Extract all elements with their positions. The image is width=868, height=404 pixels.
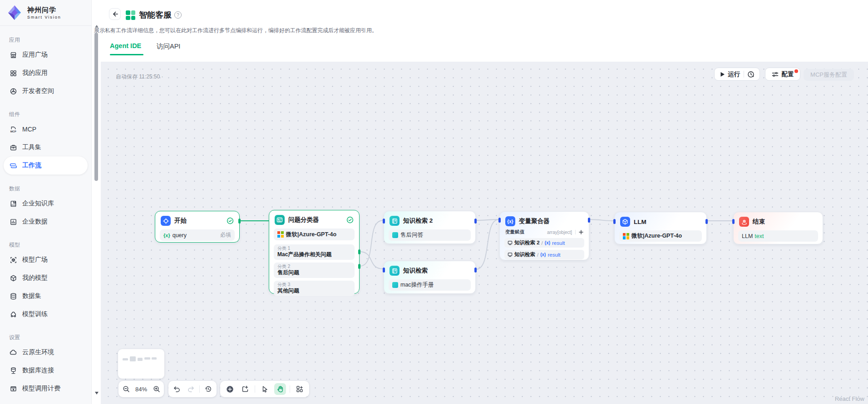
plus-circle-icon — [226, 385, 234, 393]
tab-api[interactable]: 访问API — [157, 42, 180, 51]
dataset-row: 售后问答 — [389, 229, 471, 241]
node-header: LLM — [615, 212, 706, 230]
hand-tool-button[interactable] — [274, 383, 286, 395]
sidebar-item-mcp[interactable]: MCP MCP — [4, 120, 88, 138]
sidebar-item-app-market[interactable]: 应用广场 — [4, 46, 88, 64]
category-1-handle[interactable] — [358, 249, 360, 254]
minimap[interactable] — [118, 349, 164, 379]
category-2-handle[interactable] — [358, 264, 360, 269]
dataset-icon — [392, 232, 398, 238]
zoom-in-button[interactable] — [151, 383, 163, 395]
pointer-tool-button[interactable] — [259, 383, 271, 395]
brand-name: 神州问学 — [27, 6, 61, 15]
field-name: query — [173, 232, 187, 239]
model-training-icon — [9, 310, 18, 319]
sidebar-item-label: 数据库连接 — [22, 366, 54, 375]
output-handle[interactable] — [705, 219, 708, 224]
zoom-out-button[interactable] — [120, 383, 132, 395]
sidebar-item-label: 开发者空间 — [22, 87, 54, 95]
content-scrollbar[interactable] — [93, 24, 100, 404]
undo-button[interactable] — [171, 383, 182, 395]
layout-grid-icon — [296, 385, 303, 393]
back-button[interactable] — [109, 8, 121, 20]
variable-type: array[object] — [547, 230, 572, 235]
sidebar-item-model-market[interactable]: 模型广场 — [4, 251, 88, 269]
sidebar-item-cloud-env[interactable]: 云原生环境 — [4, 343, 88, 361]
sidebar-item-label: 工作流 — [22, 161, 41, 170]
sidebar-item-dataset[interactable]: 数据集 — [4, 287, 88, 305]
sidebar-item-model-training[interactable]: 模型训练 — [4, 305, 88, 323]
sidebar-item-workflow[interactable]: 工作流 — [4, 156, 88, 175]
sidebar-item-billing[interactable]: 模型调用计费 — [4, 380, 88, 398]
input-handle[interactable] — [383, 219, 385, 224]
dataset-icon — [9, 292, 18, 301]
sidebar-item-knowledge-base[interactable]: 企业知识库 — [4, 195, 88, 213]
aggregated-variable-row: 知识检索 / (x) result — [504, 250, 584, 259]
page-title: 智能客服 — [139, 10, 172, 20]
add-node-button[interactable] — [224, 383, 236, 395]
sidebar-item-developer-space[interactable]: 开发者空间 — [4, 82, 88, 100]
sidebar-item-enterprise-data[interactable]: 企业数据 — [4, 213, 88, 231]
input-handle[interactable] — [613, 219, 616, 224]
scroll-up-arrow-icon[interactable] — [95, 25, 99, 28]
sidebar-item-label: 云原生环境 — [22, 348, 54, 356]
node-header: 知识检索 2 — [384, 211, 475, 229]
output-source: LLM — [742, 233, 753, 239]
microsoft-logo-icon — [277, 231, 284, 238]
output-handle[interactable] — [588, 218, 590, 223]
divider — [744, 71, 744, 78]
model-name: 微软|Azure-GPT-4o — [631, 232, 682, 240]
help-icon[interactable]: ? — [174, 11, 182, 19]
svg-text:MCP: MCP — [10, 130, 16, 132]
node-title: 结束 — [753, 218, 765, 226]
output-handle[interactable] — [474, 219, 477, 224]
input-handle[interactable] — [498, 218, 501, 223]
sidebar-item-toolset[interactable]: 工具集 — [4, 138, 88, 156]
section-label: 组件 — [0, 109, 91, 119]
category-1: 分类 1 Mac产品操作相关问题 — [274, 244, 355, 260]
add-variable-icon[interactable] — [575, 230, 583, 234]
node-retrieval[interactable]: 知识检索 mac操作手册 — [384, 261, 476, 294]
sidebar: 神州问学 Smart Vision 应用 应用广场 我的应用 开发者空间 组件 — [0, 0, 92, 404]
auto-layout-button[interactable] — [294, 383, 306, 395]
hand-icon — [276, 385, 284, 393]
workflow-editor-page: 神州问学 Smart Vision 应用 应用广场 我的应用 开发者空间 组件 — [0, 0, 868, 404]
output-handle[interactable] — [238, 219, 241, 224]
category-label: 分类 3 — [277, 282, 351, 287]
run-button[interactable]: 运行 — [714, 68, 760, 81]
output-handle[interactable] — [474, 268, 477, 273]
tab-agent-ide[interactable]: Agent IDE — [110, 42, 141, 49]
input-handle[interactable] — [383, 268, 385, 273]
react-flow-attribution[interactable]: React Flow — [835, 395, 864, 402]
sidebar-item-my-apps[interactable]: 我的应用 — [4, 64, 88, 82]
sidebar-item-my-models[interactable]: 我的模型 — [4, 269, 88, 287]
path-separator: / — [542, 240, 543, 246]
scroll-down-arrow-icon[interactable] — [95, 392, 99, 394]
sidebar-item-label: 我的模型 — [22, 274, 48, 282]
check-circle-icon — [346, 216, 354, 224]
run-label: 运行 — [728, 70, 740, 78]
config-button[interactable]: 配置 — [765, 68, 800, 81]
divider — [199, 385, 200, 393]
version-history-button[interactable] — [202, 383, 214, 395]
category-3: 分类 3 其他问题 — [274, 281, 355, 296]
node-aggregator[interactable]: {x} 变量聚合器 变量赋值 array[object] 知识检索 2 / (x… — [499, 211, 589, 260]
scrollbar-thumb[interactable] — [94, 33, 98, 181]
input-handle[interactable] — [732, 219, 735, 224]
microsoft-logo-icon — [623, 233, 629, 239]
add-note-button[interactable] — [239, 383, 251, 395]
node-retrieval-2[interactable]: 知识检索 2 售后问答 — [384, 211, 476, 244]
node-start[interactable]: 开始 {x} query 必填 — [155, 211, 240, 243]
divider — [255, 385, 255, 393]
clock-history-icon[interactable] — [747, 71, 755, 78]
path-separator: / — [537, 252, 538, 258]
billing-icon — [9, 385, 18, 393]
node-llm[interactable]: LLM 微软|Azure-GPT-4o — [614, 212, 707, 244]
assign-label: 变量赋值 — [505, 229, 524, 235]
node-end[interactable]: 结束 LLM text — [733, 212, 823, 244]
config-label: 配置 — [782, 70, 794, 78]
node-classifier[interactable]: 问题分类器 微软|Azure-GPT-4o 分类 1 Mac产品操作相关问题 分… — [269, 210, 360, 294]
sidebar-item-db-connection[interactable]: 数据库连接 — [4, 361, 88, 380]
redo-button[interactable] — [185, 383, 197, 395]
node-header: {x} 变量聚合器 — [500, 212, 589, 229]
